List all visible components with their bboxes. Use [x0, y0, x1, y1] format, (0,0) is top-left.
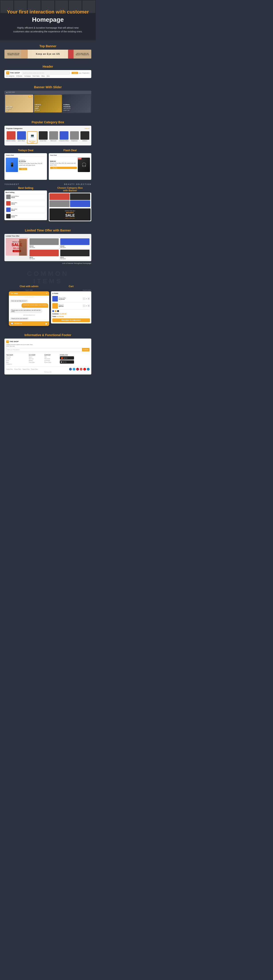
cat-item-label: Motorcycles	[51, 140, 57, 142]
chat-close-icon[interactable]: ✕	[46, 293, 48, 294]
category-item[interactable]: Computers & More	[59, 131, 69, 144]
footer-support-policy[interactable]: Support Policy	[22, 369, 30, 370]
footer-link[interactable]: Press	[6, 360, 27, 361]
chat-msg-text: How can we help you sir ?	[11, 300, 27, 302]
flash-deal-header: Flash Deal	[50, 154, 90, 157]
search-bar[interactable]: Search for products, brands and more her…	[22, 72, 70, 75]
footer-link[interactable]: Sign In	[29, 356, 43, 358]
header-actions[interactable]: Login / Registration	[78, 72, 89, 73]
footer-social-links: f t p g y in	[69, 368, 89, 371]
color-option-orange[interactable]	[55, 310, 57, 312]
footer-link[interactable]: Help Center	[44, 358, 59, 360]
cat-banner-item[interactable]	[49, 193, 70, 200]
android-icon: ▶	[61, 361, 62, 363]
search-button[interactable]: Search	[71, 72, 78, 74]
view-all-button[interactable]: view all	[84, 128, 89, 129]
qty-decrease-button[interactable]: -	[83, 304, 85, 307]
flash-deal-buy-button[interactable]: 🛒 Buy Now	[50, 167, 77, 169]
deals-section: Todays Deal Today's Deal $1,400.00 $1,21…	[0, 149, 96, 183]
nav-item[interactable]: More	[47, 75, 50, 77]
category-item[interactable]: Jacket / Blazer	[17, 131, 26, 144]
qty-increase-button[interactable]: +	[87, 298, 90, 300]
cat-moto-img	[49, 131, 58, 140]
header-section: T THE SHOP Search for products, brands a…	[0, 70, 96, 81]
footer-link[interactable]: View Cart	[29, 358, 43, 360]
send-button[interactable]: ▶	[46, 322, 48, 325]
color-option-dark[interactable]	[57, 310, 59, 312]
pinterest-icon[interactable]: p	[76, 368, 79, 371]
category-item[interactable]: Motorcycles	[49, 131, 58, 144]
nav-item[interactable]: Flash Sales	[33, 75, 40, 77]
category-item[interactable]: Children's	[80, 131, 89, 144]
footer-link[interactable]: Wishlist	[29, 360, 43, 361]
limited-product-item[interactable]: $75.00 Item Name	[60, 249, 90, 260]
footer-link[interactable]: Privacy Policy	[44, 362, 59, 363]
banner-slides-container: WIN WINDEALSON NEW CREATEYOUROWNSTYLE FO…	[5, 94, 91, 113]
footer-link[interactable]: Contact Us	[6, 363, 27, 365]
chat-message-received: Please give us your mail address, we wil…	[10, 309, 42, 313]
upto-text: UPTO 70% OFF	[51, 218, 89, 219]
youtube-icon[interactable]: y	[83, 368, 86, 371]
deal-buy-button[interactable]: 🛒 Buy Now	[19, 168, 27, 170]
footer-cookie-policy[interactable]: Cookie Policy	[6, 369, 13, 370]
category-item[interactable]: Women's Clothing	[6, 131, 16, 144]
footer-link[interactable]: Careers	[6, 358, 27, 360]
limited-product-name: Item Name	[30, 258, 59, 259]
google-play-badge[interactable]: ▶ App Store	[60, 360, 74, 364]
facebook-icon[interactable]: f	[69, 368, 72, 371]
limited-product-item[interactable]: $215.00 Item Name	[29, 238, 59, 248]
footer-link[interactable]: Community	[44, 360, 59, 361]
footer-link[interactable]: Track Order	[29, 362, 43, 363]
twitter-icon[interactable]: t	[73, 368, 75, 371]
site-logo[interactable]: T THE SHOP	[6, 72, 20, 75]
best-item[interactable]: Red T-Shirt $19.99	[6, 200, 46, 206]
qty-increase-button[interactable]: +	[87, 304, 90, 307]
limited-product-name: Item Name	[60, 258, 89, 259]
nav-item[interactable]: Offers	[41, 75, 45, 77]
category-item[interactable]: Formal Shirts	[38, 131, 48, 144]
footer-privacy-policy-2[interactable]: Privacy Policy	[31, 369, 38, 370]
nav-item[interactable]: All Brands	[16, 75, 22, 77]
chat-item: Chat with admin Open slide The Shop ✕ 14…	[9, 285, 49, 326]
qty-decrease-button[interactable]: -	[83, 298, 85, 300]
footer-col-download: DOWNLOAD 🍎 App Store ▶ App Store	[60, 354, 74, 365]
common-row: Chat with admin Open slide The Shop ✕ 14…	[5, 285, 91, 326]
newsletter-button[interactable]: Subscribe	[82, 348, 89, 352]
cart-item-image	[52, 296, 58, 302]
chat-footer: 💬 Talk With Us ▶	[9, 321, 49, 326]
chat-icon: 💬	[11, 322, 13, 325]
google-plus-icon[interactable]: g	[80, 368, 83, 371]
header-navigation: All CategoriesAll BrandsCampaignsFlash S…	[6, 75, 89, 77]
category-item-featured[interactable]: Best Selling Laptop	[27, 131, 37, 144]
flash-deal-box: Flash Deal Flash Deal $640.00 iPhone 12 …	[49, 149, 91, 180]
best-item[interactable]: Blue Jacket $34.99	[6, 207, 46, 213]
footer-logo-text: THE SHOP	[10, 340, 19, 342]
nav-item[interactable]: All Categories	[6, 75, 14, 77]
limited-product-item[interactable]: $130.00 Item Name	[60, 238, 90, 248]
linkedin-icon[interactable]: in	[87, 368, 89, 371]
limited-product-item[interactable]: $99.00 Item Name	[29, 249, 59, 260]
category-item[interactable]: Headphones	[70, 131, 79, 144]
header-section-label: Header	[0, 61, 96, 70]
color-option-blue[interactable]	[52, 310, 54, 312]
model-figure	[19, 239, 27, 256]
nav-item[interactable]: Campaigns	[24, 75, 31, 77]
banner-slide-1: WIN WINDEALSON NEW	[5, 95, 33, 112]
cat-banner-item[interactable]	[49, 200, 70, 207]
footer-link[interactable]: Blog	[6, 362, 27, 363]
banner-tab-1[interactable]: ◀	[6, 92, 7, 93]
chat-message-sent: I would like to know about Chat Function…	[22, 303, 48, 308]
checkout-button[interactable]: PROCEED TO CHECKOUT	[52, 318, 90, 322]
footer-col-title: DOWNLOAD	[60, 354, 74, 356]
cat-banner-item[interactable]	[70, 200, 90, 207]
best-item[interactable]: Gaming Mouse $24.99	[6, 194, 46, 200]
footer-link[interactable]: FAQ	[44, 356, 59, 358]
best-item[interactable]: Formal Shirt $14.99	[6, 213, 46, 219]
cat-banner-item[interactable]	[70, 193, 90, 200]
footer-logo[interactable]: T THE SHOP	[6, 340, 89, 343]
newsletter-input[interactable]: Enter your email address	[6, 348, 82, 352]
cart-subtotal: Subtotal: $1,855.00	[52, 313, 90, 315]
footer-link[interactable]: About Us	[6, 356, 27, 358]
app-store-badge[interactable]: 🍎 App Store	[60, 356, 74, 360]
footer-privacy-policy[interactable]: Privacy Policy	[14, 369, 21, 370]
